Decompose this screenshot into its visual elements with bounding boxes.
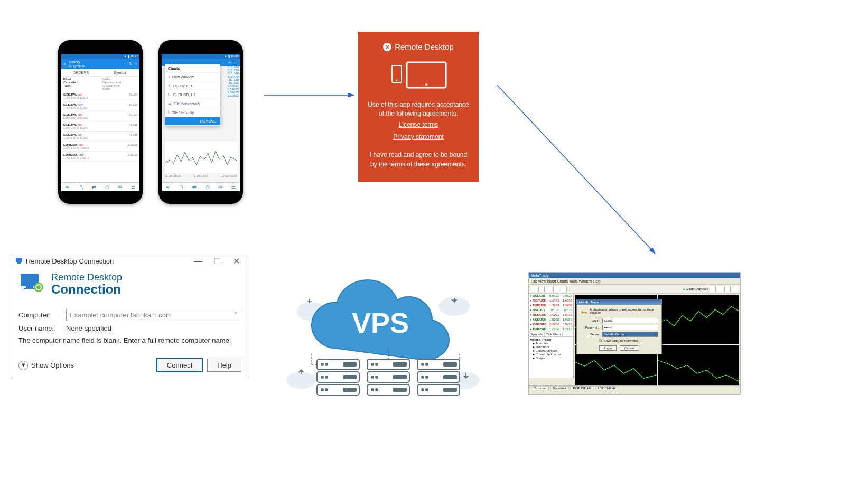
- menu-item-icon: ▭: [168, 101, 172, 106]
- status-bar: ▲ ▮ 10:28: [61, 54, 139, 59]
- add-icon[interactable]: +: [229, 61, 231, 64]
- history-icon[interactable]: ◷: [105, 184, 109, 190]
- btab[interactable]: Common: [531, 386, 549, 390]
- order-row[interactable]: SGDJPY, buy1.00 / 1.00 at 80.22580.225: [61, 101, 139, 111]
- menu-item[interactable]: ▭Tile Horizontally: [165, 99, 220, 108]
- phone-screen: ▲ ▮ 10:28 ≡ History All symbols ↕ ⇅ ▿ OR…: [61, 54, 139, 191]
- order-row[interactable]: EURUSD, sell1.00 / 1.00 at 1.062011.0620…: [61, 142, 139, 152]
- maximize-button[interactable]: ☐: [208, 256, 227, 266]
- svg-point-22: [321, 376, 323, 378]
- tool-icon[interactable]: [553, 286, 559, 292]
- order-row[interactable]: SGDJPY, sell0.10 / 0.10 at 83.16283.162: [61, 111, 139, 121]
- news-icon[interactable]: ☰: [231, 184, 236, 190]
- tab-symbols[interactable]: Symbols: [529, 332, 545, 336]
- history-icon[interactable]: ◷: [206, 184, 210, 190]
- navigator[interactable]: MetaFx Trader ▸ Accounts▸ Indicators▸ Ex…: [529, 336, 573, 361]
- chat-icon[interactable]: ✉: [118, 184, 122, 190]
- trade-icon[interactable]: ⇄: [192, 184, 197, 190]
- btab[interactable]: EURUSD,H4: [570, 386, 594, 390]
- nav-item[interactable]: ▸ Expert Advisors: [533, 349, 572, 352]
- login-button[interactable]: Login: [599, 345, 617, 351]
- menu-item[interactable]: ▯Tile Vertically: [165, 108, 220, 117]
- menu-item[interactable]: ✓USDJPY, D1: [165, 81, 220, 90]
- market-row[interactable]: ● USDJPY85.1685.22: [529, 308, 573, 313]
- news-icon[interactable]: ☰: [131, 184, 135, 190]
- tool-icon[interactable]: [531, 286, 537, 292]
- tab-symbol[interactable]: Symbol: [100, 69, 139, 77]
- connect-button[interactable]: Connect: [156, 358, 203, 372]
- save-checkbox[interactable]: ☑: [599, 339, 602, 342]
- order-row[interactable]: SGDJPY, sell1.00 / 1.00 at 83.10383.103: [61, 91, 139, 101]
- market-row[interactable]: ● EURGBP0.84080.8412: [529, 322, 573, 327]
- funnel-icon[interactable]: ▿: [135, 62, 137, 66]
- tool-icon[interactable]: [538, 286, 545, 292]
- ea-icon[interactable]: ✚: [683, 287, 685, 291]
- svg-point-44: [426, 363, 428, 365]
- menu-remove[interactable]: REMOVE: [165, 117, 220, 126]
- chart-icon[interactable]: 〽: [79, 184, 83, 190]
- svg-point-11: [34, 283, 43, 292]
- save-label: Save account information: [604, 339, 640, 342]
- market-row[interactable]: ● AUDUSD1.00581.0059: [529, 317, 573, 322]
- mt4-menubar[interactable]: File View Insert Charts Tools Window Hel…: [529, 278, 740, 285]
- login-input[interactable]: 52692: [602, 318, 658, 323]
- tool-icon[interactable]: [546, 286, 552, 292]
- quotes-icon[interactable]: ≋: [166, 184, 170, 190]
- tool-icon[interactable]: [717, 286, 723, 292]
- menu-icon[interactable]: ≡: [63, 62, 66, 66]
- market-row[interactable]: ● EURUSD1.34801.3482: [529, 303, 573, 308]
- username-label: User name:: [18, 324, 61, 332]
- chart-icon[interactable]: 〽: [179, 184, 184, 190]
- tool-icon[interactable]: [561, 286, 567, 292]
- arrow-right: [264, 90, 359, 100]
- tab-orders[interactable]: ORDERS: [61, 69, 100, 77]
- col-state[interactable]: State: [102, 87, 137, 90]
- mt4-toolbar[interactable]: ✚ Expert Advisors: [529, 285, 740, 294]
- tool-icon[interactable]: [710, 286, 716, 292]
- market-row[interactable]: ● USDCHF0.95230.9525: [529, 294, 573, 298]
- minimize-button[interactable]: —: [189, 257, 208, 266]
- btab[interactable]: Favorites: [550, 386, 569, 390]
- market-row[interactable]: ● USDCAD1.00221.0025: [529, 313, 573, 317]
- window-icon[interactable]: ▭: [234, 60, 238, 64]
- nav-item[interactable]: ▸ Custom Indicators: [533, 352, 572, 356]
- order-row[interactable]: SGDJPY, sell1.00 / 1.00 at 80.16379.031: [61, 132, 139, 142]
- mt4-bottom-tabs[interactable]: Common Favorites EURUSD,H4 USDCHF,H4: [529, 385, 740, 394]
- order-row[interactable]: SGDJPY, sell0.90 / 0.90 at 80.10679.031: [61, 121, 139, 132]
- menu-item[interactable]: +New Window: [165, 73, 220, 81]
- rdc-head1: Remote Desktop: [51, 272, 122, 283]
- btab[interactable]: USDCHF,H4: [595, 386, 619, 390]
- sort-icon[interactable]: ↕: [124, 62, 126, 66]
- server-input[interactable]: MetaFx-Demo: [602, 332, 658, 337]
- rd-body2: I have read and agree to be bound by the…: [366, 151, 471, 169]
- x-tick: 6 Jan 16:00: [194, 174, 208, 177]
- rd-devices-icon: [366, 59, 471, 91]
- nav-item[interactable]: ▸ Indicators: [533, 345, 572, 349]
- show-options[interactable]: ▾ Show Options: [18, 361, 152, 370]
- menu-item[interactable]: ☐EURUSD, H4: [165, 90, 220, 99]
- privacy-link[interactable]: Privacy statement: [393, 133, 443, 142]
- chart-panel[interactable]: [658, 295, 740, 344]
- chat-icon[interactable]: ✉: [218, 184, 222, 190]
- computer-combo[interactable]: Example: computer.fabrikam.com ˅: [66, 309, 241, 321]
- quotes-icon[interactable]: ≋: [66, 184, 70, 190]
- market-tabs[interactable]: Symbols Tick Chart: [529, 332, 573, 336]
- close-button[interactable]: ✕: [227, 256, 246, 266]
- tool-icon[interactable]: [724, 286, 731, 292]
- order-list[interactable]: SGDJPY, sell1.00 / 1.00 at 83.10383.103S…: [61, 91, 139, 182]
- trade-icon[interactable]: ⇄: [92, 184, 96, 190]
- tool-icon[interactable]: [732, 286, 738, 292]
- nav-item[interactable]: ▸ Scripts: [533, 356, 572, 360]
- tab-tick[interactable]: Tick Chart: [545, 332, 563, 336]
- license-terms-link[interactable]: License terms: [399, 120, 438, 129]
- pass-input[interactable]: •••••••: [602, 325, 658, 330]
- help-button[interactable]: Help: [207, 359, 241, 372]
- svg-point-49: [422, 389, 424, 391]
- market-row[interactable]: ● GBPUSD1.63881.6392: [529, 298, 573, 303]
- market-watch[interactable]: ● USDCHF0.95230.9525● GBPUSD1.63881.6392…: [529, 294, 574, 378]
- market-row[interactable]: ● EURCHF1.29941.2999: [529, 327, 573, 332]
- order-row[interactable]: EURUSD, buy1.00 / 1.00 at 1.062101.06210: [61, 152, 139, 162]
- filter-icon[interactable]: ⇅: [129, 62, 132, 66]
- nav-item[interactable]: ▸ Accounts: [533, 341, 572, 345]
- cancel-button[interactable]: Cancel: [620, 345, 639, 351]
